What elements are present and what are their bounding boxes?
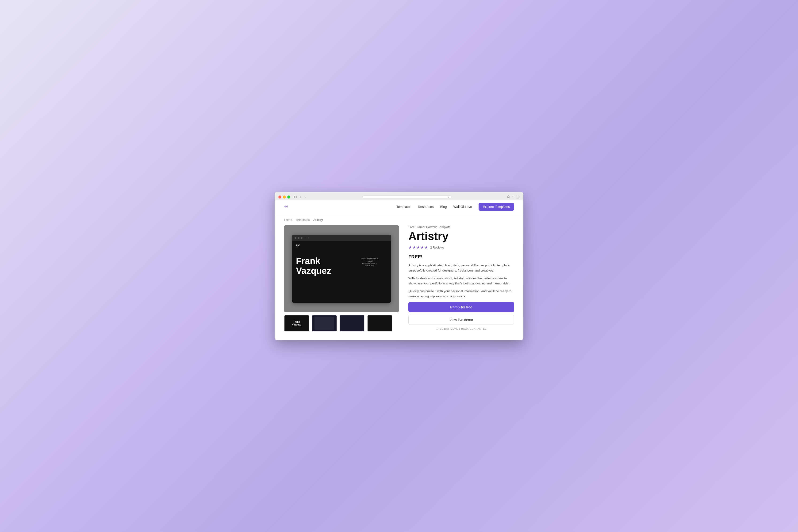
subtitle-line2: experience based in Rome, Italy [362, 263, 377, 267]
nav-blog[interactable]: Blog [440, 205, 446, 209]
thumbnail-2[interactable] [312, 315, 337, 332]
forward-button[interactable]: › [304, 194, 307, 199]
thumbnail-1[interactable]: FrankVazquez [284, 315, 309, 332]
remix-button[interactable]: Remix for free [408, 302, 514, 312]
preview-section: ‹ › F.V. Frank Vazquez [284, 225, 399, 332]
minimize-button[interactable] [283, 195, 286, 198]
inner-dot-1 [294, 237, 297, 239]
thumbnail-row: FrankVazquez [284, 315, 399, 332]
hero-name-line1: Frank [296, 256, 331, 266]
breadcrumb-home[interactable]: Home [284, 218, 292, 222]
main-preview: ‹ › F.V. Frank Vazquez [284, 225, 399, 312]
thumb-1-text: FrankVazquez [292, 321, 301, 326]
back-button[interactable]: ‹ [299, 194, 302, 199]
new-tab-icon[interactable]: + [512, 195, 514, 199]
description-p3: Quickly customise it with your personal … [408, 289, 514, 299]
sidebar-toggle-icon[interactable]: ⊡ [294, 195, 297, 199]
breadcrumb-current: Artistry [314, 218, 323, 222]
explore-templates-button[interactable]: Explore Templates [479, 203, 514, 211]
maximize-button[interactable] [287, 195, 290, 198]
breadcrumb-templates[interactable]: Templates [296, 218, 309, 222]
thumbnail-4[interactable] [367, 315, 393, 332]
inner-dot-2 [298, 237, 300, 239]
browser-inner: ‹ › F.V. Frank Vazquez [292, 235, 391, 303]
inner-hero-text: Frank Vazquez [296, 256, 331, 276]
inner-logo: F.V. [296, 244, 300, 247]
preview-mockup: ‹ › F.V. Frank Vazquez [284, 225, 399, 312]
price-tag: FREE! [408, 254, 514, 260]
inner-subtitle: Digital Designer with 10 years of experi… [360, 258, 379, 267]
browser-actions: ⎙ + ⊞ [508, 195, 520, 199]
template-type: Free Framer Portfolio Template [408, 225, 514, 229]
breadcrumb-sep-1: · [293, 218, 294, 222]
grid-icon[interactable]: ⊞ [517, 195, 520, 199]
breadcrumb-sep-2: · [311, 218, 312, 222]
thumbnail-3[interactable] [339, 315, 365, 332]
browser-controls: ⊡ ‹ › [294, 194, 306, 199]
browser-page: ✳ Templates Resources Blog Wall Of Love … [274, 200, 524, 340]
inner-nav-forward: › [308, 237, 309, 239]
inner-nav: ‹ › [306, 237, 309, 239]
inner-nav-back: ‹ [306, 237, 306, 239]
nav-resources[interactable]: Resources [418, 205, 434, 209]
description-p2: With its sleek and classy layout, Artist… [408, 276, 514, 286]
browser-chrome: ⊡ ‹ › ↻ ⎙ + ⊞ [274, 192, 524, 200]
nav-templates[interactable]: Templates [396, 205, 412, 209]
rating-row: ★★★★★ 2 Reviews [408, 245, 514, 250]
traffic-lights [278, 195, 290, 198]
shield-icon: 🛡 [436, 327, 439, 330]
reload-icon[interactable]: ↻ [448, 195, 450, 198]
guarantee: 🛡 30-DAY MONEY BACK GUARANTEE [408, 327, 514, 330]
browser-window: ⊡ ‹ › ↻ ⎙ + ⊞ ✳ Templates Resources Blog… [274, 192, 524, 340]
nav-links: Templates Resources Blog Wall Of Love [396, 205, 472, 209]
main-content: ‹ › F.V. Frank Vazquez [274, 225, 524, 339]
guarantee-text: 30-DAY MONEY BACK GUARANTEE [440, 327, 487, 330]
view-demo-button[interactable]: View live demo [408, 315, 514, 325]
site-nav: ✳ Templates Resources Blog Wall Of Love … [274, 200, 524, 214]
nav-wall-of-love[interactable]: Wall Of Love [453, 205, 472, 209]
browser-inner-content: F.V. Frank Vazquez Digital Designer with… [292, 241, 391, 303]
inner-dot-3 [301, 237, 303, 239]
share-icon[interactable]: ⎙ [508, 195, 510, 199]
address-bar[interactable]: ↻ [362, 195, 452, 198]
description: Artistry is a sophisticated, bold, dark,… [408, 263, 514, 299]
description-p1: Artistry is a sophisticated, bold, dark,… [408, 263, 514, 273]
stars: ★★★★★ [408, 245, 428, 250]
template-title: Artistry [408, 231, 514, 242]
breadcrumb: Home · Templates · Artistry [274, 214, 524, 225]
info-section: Free Framer Portfolio Template Artistry … [408, 225, 514, 332]
browser-inner-chrome: ‹ › [292, 235, 391, 241]
thumb-2-inner [315, 317, 334, 330]
review-count: 2 Reviews [430, 246, 444, 249]
address-bar-container: ↻ [309, 195, 505, 198]
subtitle-line1: Digital Designer with 10 years of [361, 258, 378, 262]
hero-name-line2: Vazquez [296, 266, 331, 276]
close-button[interactable] [278, 195, 281, 198]
site-logo: ✳ [284, 204, 288, 210]
